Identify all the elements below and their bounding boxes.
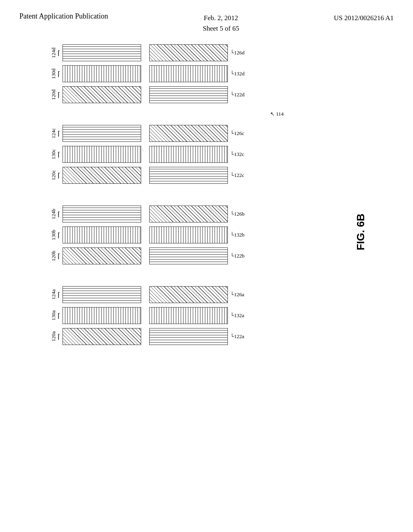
label-126b: └126b	[228, 211, 252, 217]
row-120a: 120a ⌈ └122a	[40, 328, 252, 345]
label-130b: 130b	[50, 230, 57, 240]
bracket-124d: ⌈	[58, 49, 60, 57]
box-120a-right	[149, 328, 228, 345]
boxes-120a	[63, 328, 228, 345]
box-130b-left	[63, 227, 141, 243]
label-122d: └122d	[228, 91, 252, 98]
publication-label: Patent Application Publication	[19, 12, 108, 20]
label-126d: └126d	[228, 50, 252, 56]
box-130b-right	[149, 227, 228, 243]
boxes-124c	[63, 125, 228, 142]
row-120b: 120b ⌈ └122b	[40, 247, 252, 264]
bracket-130b: ⌈	[58, 231, 60, 239]
box-124c-left	[63, 125, 141, 142]
label-124c: 124c	[50, 128, 57, 138]
bracket-130a: ⌈	[58, 312, 60, 320]
bracket-130c: ⌈	[58, 151, 60, 158]
bracket-124c: ⌈	[58, 130, 60, 137]
patent-number: US 2012/0026216 A1	[334, 13, 394, 23]
label-120a: 120a	[50, 331, 57, 341]
header-left: Patent Application Publication	[19, 11, 108, 21]
box-120b-right	[149, 247, 228, 264]
label-130d: 130d	[50, 69, 57, 79]
row-120c: 120c ⌈ └122c	[40, 167, 252, 184]
header-right: US 2012/0026216 A1	[334, 11, 394, 23]
boxes-120d	[63, 86, 228, 103]
diagram-area: 124d ⌈ └126d 130d ⌈ └132d 120d ⌈ └122d	[40, 44, 371, 516]
boxes-130c	[63, 146, 228, 163]
label-122c: └122c	[228, 172, 252, 179]
page-header: Patent Application Publication Feb. 2, 2…	[0, 0, 413, 33]
row-124c: 124c ⌈ └126c	[40, 125, 252, 142]
box-124d-right	[149, 44, 228, 61]
box-120b-left	[63, 247, 141, 264]
boxes-130a	[63, 307, 228, 324]
bracket-124b: ⌈	[58, 210, 60, 218]
box-130d-right	[149, 65, 228, 82]
label-132d: └132d	[228, 71, 252, 77]
label-122a: └122a	[228, 333, 252, 340]
boxes-120b	[63, 247, 228, 264]
label-124b: 124b	[50, 209, 57, 219]
label-124a: 124a	[50, 289, 57, 299]
row-124b: 124b ⌈ └126b	[40, 206, 252, 222]
row-130c: 130c ⌈ └132c	[40, 146, 252, 163]
box-130c-right	[149, 146, 228, 163]
label-126a: └126a	[228, 291, 252, 298]
boxes-124d	[63, 44, 228, 61]
label-132b: └132b	[228, 232, 252, 238]
box-120a-left	[63, 328, 141, 345]
bracket-120a: ⌈	[58, 333, 60, 341]
label-120d: 120d	[50, 89, 57, 100]
ref-114-label: ↖ 114	[270, 111, 284, 117]
boxes-124b	[63, 206, 228, 222]
label-130a: 130a	[50, 310, 57, 320]
header-center: Feb. 2, 2012 Sheet 5 of 65	[203, 11, 239, 33]
bracket-130d: ⌈	[58, 70, 60, 78]
box-120d-left	[63, 86, 141, 103]
label-120c: 120c	[50, 170, 57, 180]
bracket-124a: ⌈	[58, 291, 60, 299]
boxes-120c	[63, 167, 228, 184]
box-124a-right	[149, 286, 228, 303]
label-124d: 124d	[50, 48, 57, 58]
box-124b-right	[149, 206, 228, 222]
row-124d: 124d ⌈ └126d	[40, 44, 252, 61]
box-124d-left	[63, 44, 141, 61]
boxes-130d	[63, 65, 228, 82]
label-122b: └122b	[228, 253, 252, 259]
box-124a-left	[63, 286, 141, 303]
box-130a-right	[149, 307, 228, 324]
box-130d-left	[63, 65, 141, 82]
box-120c-right	[149, 167, 228, 184]
row-124a: 124a ⌈ └126a	[40, 286, 252, 303]
bracket-120c: ⌈	[58, 172, 60, 179]
sheet-label: Sheet 5 of 65	[203, 23, 239, 34]
bracket-120b: ⌈	[58, 252, 60, 260]
row-130d: 130d ⌈ └132d	[40, 65, 252, 82]
boxes-130b	[63, 227, 228, 243]
box-130c-left	[63, 146, 141, 163]
box-124b-left	[63, 206, 141, 222]
label-120b: 120b	[50, 251, 57, 261]
label-132a: └132a	[228, 312, 252, 319]
box-124c-right	[149, 125, 228, 142]
bracket-120d: ⌈	[58, 91, 60, 99]
boxes-124a	[63, 286, 228, 303]
box-120c-left	[63, 167, 141, 184]
label-132c: └132c	[228, 151, 252, 158]
label-130c: 130c	[50, 149, 57, 159]
box-120d-right	[149, 86, 228, 103]
date-label: Feb. 2, 2012	[203, 13, 239, 23]
row-120d: 120d ⌈ └122d	[40, 86, 252, 103]
fig-label: FIG. 6B	[355, 214, 367, 250]
row-130a: 130a ⌈ └132a	[40, 307, 252, 324]
row-130b: 130b ⌈ └132b	[40, 227, 252, 243]
label-126c: └126c	[228, 130, 252, 137]
box-130a-left	[63, 307, 141, 324]
